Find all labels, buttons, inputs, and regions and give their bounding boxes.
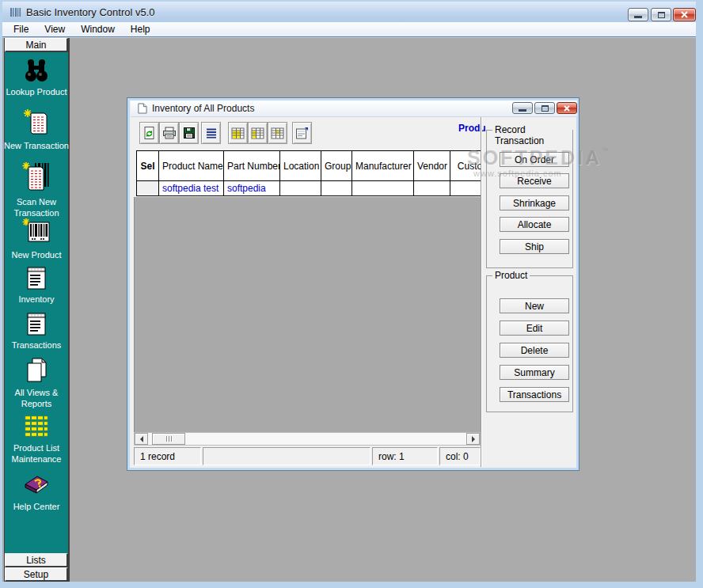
table-row[interactable]: softpedia test softpedia [137, 181, 481, 196]
column-header-sel[interactable]: Sel [137, 151, 159, 181]
sidebar-item-help-center[interactable]: Help Center [5, 469, 68, 512]
column-header-group[interactable]: Group [321, 151, 352, 181]
summary-button[interactable]: Summary [500, 365, 569, 380]
sidebar-item-label: New Product [4, 249, 69, 260]
grid-empty-area [134, 197, 481, 432]
app-window: Basic Inventory Control v5.0 File View W… [0, 0, 703, 588]
refresh-icon [142, 126, 156, 140]
notepad-icon [24, 264, 49, 291]
status-row: row: 1 [372, 447, 438, 465]
edit-product-button[interactable]: Edit [500, 321, 569, 336]
column-header-part-number[interactable]: Part Number [224, 151, 280, 181]
child-minimize-button[interactable] [512, 102, 533, 114]
arrow-left-icon [137, 436, 143, 442]
cell-part-number[interactable]: softpedia [224, 181, 280, 196]
transactions-button[interactable]: Transactions [500, 387, 569, 402]
notepad-icon [24, 310, 49, 337]
title-bar: Basic Inventory Control v5.0 [2, 2, 696, 22]
sidebar-item-scan-new-transaction[interactable]: Scan New Transaction [5, 161, 68, 219]
receive-button[interactable]: Receive [500, 173, 569, 188]
sidebar-tab-main[interactable]: Main [5, 38, 68, 52]
delete-product-button[interactable]: Delete [500, 343, 569, 358]
scrollbar-thumb[interactable] [152, 433, 185, 445]
sidebar-item-label: Lookup Product [4, 86, 69, 97]
row-select-cell[interactable] [137, 181, 159, 196]
sidebar-item-label: Product List Maintenance [4, 442, 69, 465]
sidebar-item-product-list-maintenance[interactable]: Product List Maintenance [5, 415, 68, 465]
sidebar-item-label: New Transaction [4, 140, 69, 151]
group-title: Record Transaction [492, 124, 572, 146]
sidebar-item-label: Transactions [4, 340, 69, 351]
close-icon [563, 105, 571, 112]
sidebar-item-inventory[interactable]: Inventory [5, 264, 68, 305]
sidebar-item-transactions[interactable]: Transactions [5, 310, 68, 351]
products-link[interactable]: Produ [458, 123, 487, 134]
column-header-customer[interactable]: Custom [450, 151, 481, 181]
allocate-button[interactable]: Allocate [500, 217, 569, 232]
sidebar-item-lookup-product[interactable]: Lookup Product [5, 57, 68, 97]
column-header-product-name[interactable]: Product Name [159, 151, 224, 181]
sidebar-item-label: Help Center [4, 501, 69, 512]
menu-file[interactable]: File [6, 23, 36, 36]
list-rows-icon [205, 127, 218, 138]
products-grid: Sel Product Name Part Number Location Gr… [136, 150, 481, 198]
grid-highlight-icon [231, 127, 245, 139]
list-view-button[interactable] [201, 122, 221, 144]
cell-location[interactable] [280, 181, 321, 196]
grid-view-3-button[interactable] [268, 122, 287, 144]
on-order-button[interactable]: On Order [500, 152, 569, 167]
cell-customer[interactable] [450, 181, 481, 196]
sidebar-item-new-transaction[interactable]: New Transaction [5, 108, 68, 151]
binoculars-icon [23, 57, 50, 84]
grip-icon [171, 436, 172, 442]
column-header-location[interactable]: Location [280, 151, 321, 181]
status-message [203, 447, 370, 465]
child-maximize-button[interactable] [534, 102, 555, 114]
grid-view-1-button[interactable] [228, 122, 248, 144]
sidebar-tab-setup[interactable]: Setup [5, 567, 68, 582]
cell-product-name[interactable]: softpedia test [159, 181, 224, 196]
column-header-vendor[interactable]: Vendor [414, 151, 450, 181]
horizontal-scrollbar[interactable] [134, 432, 481, 446]
child-close-button[interactable] [557, 102, 577, 114]
close-button[interactable] [673, 8, 696, 21]
new-barcode-icon [21, 217, 51, 247]
sidebar-item-label: Inventory [4, 294, 69, 305]
maximize-button[interactable] [651, 8, 671, 21]
menu-bar: File View Window Help [2, 22, 696, 37]
barcode-receipt-icon [21, 161, 51, 194]
cell-group[interactable] [321, 181, 352, 196]
scroll-left-button[interactable] [135, 433, 148, 445]
column-header-manufacturer[interactable]: Manufacturer [352, 151, 414, 181]
panel-divider [481, 117, 481, 467]
save-button[interactable] [179, 122, 199, 144]
cell-manufacturer[interactable] [352, 181, 414, 196]
cell-vendor[interactable] [414, 181, 450, 196]
sidebar-item-all-views-reports[interactable]: All Views & Reports [5, 356, 68, 410]
refresh-button[interactable] [139, 122, 159, 144]
child-window-inventory-of-all-products: Inventory of All Products [127, 97, 580, 471]
floppy-disk-icon [183, 127, 196, 139]
sidebar-tab-lists[interactable]: Lists [5, 553, 68, 567]
maximize-icon [658, 12, 665, 18]
sidebar-item-new-product[interactable]: New Product [5, 217, 68, 260]
sidebar-item-label: Scan New Transaction [4, 196, 69, 219]
print-button[interactable] [159, 122, 179, 144]
window-title: Basic Inventory Control v5.0 [26, 6, 155, 18]
help-book-icon [21, 469, 51, 499]
minimize-icon [519, 109, 526, 112]
scroll-right-button[interactable] [466, 433, 480, 445]
maximize-icon [542, 105, 549, 112]
arrow-right-icon [472, 436, 478, 442]
shrinkage-button[interactable]: Shrinkage [500, 195, 569, 211]
menu-help[interactable]: Help [123, 23, 158, 36]
record-transaction-group: Record Transaction On Order Receive Shri… [486, 130, 573, 268]
ship-button[interactable]: Ship [500, 239, 569, 254]
form-view-button[interactable] [292, 122, 312, 144]
grid-view-2-button[interactable] [248, 122, 268, 144]
minimize-button[interactable] [628, 8, 648, 21]
menu-window[interactable]: Window [73, 23, 123, 36]
menu-view[interactable]: View [36, 23, 73, 36]
new-product-button[interactable]: New [500, 298, 569, 313]
pages-icon [23, 356, 50, 385]
